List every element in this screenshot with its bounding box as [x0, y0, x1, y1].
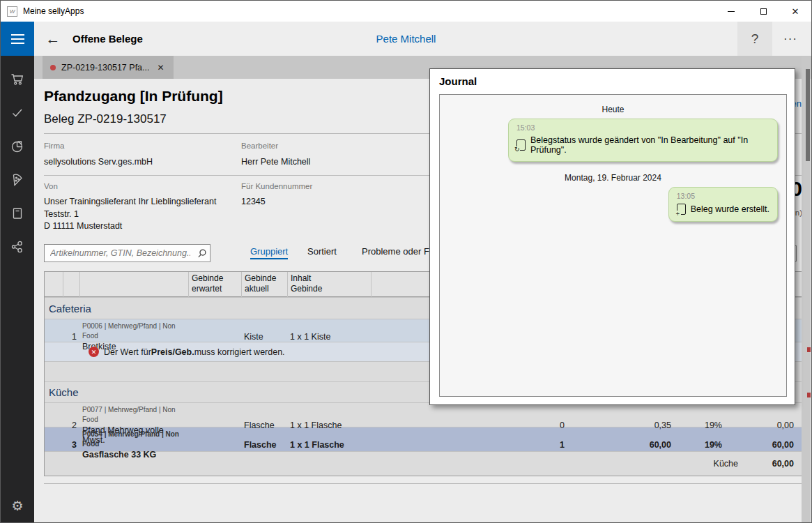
gear-icon: ⚙	[11, 498, 23, 514]
close-icon: ✕	[792, 6, 799, 17]
journal-entry-text: Belegstatus wurde geändert von "In Bearb…	[530, 135, 769, 155]
help-button[interactable]: ?	[737, 22, 772, 56]
sidebar-item-network[interactable]	[1, 230, 34, 264]
article-meta: P0077 | Mehrweg/Pfand | Non Food	[82, 405, 185, 425]
menge-value: 0	[371, 420, 573, 430]
journal-date-header: Montag, 19. Februar 2024	[447, 173, 779, 183]
journal-entry-time: 15:03	[516, 123, 769, 132]
error-text-post: muss korrigiert werden.	[194, 347, 285, 357]
pizza-slice-icon	[9, 172, 26, 188]
von-line1: Unser Trainingslieferant Ihr Lieblingsli…	[44, 196, 216, 209]
sidebar: ⚙	[1, 56, 34, 523]
inhalt-gebinde-value: 1 x 1 Flasche	[287, 420, 371, 430]
article-search-input-wrap	[44, 244, 210, 262]
divider	[44, 483, 802, 484]
view-sorted-tab[interactable]: Sortiert	[307, 246, 337, 257]
minimize-icon	[728, 11, 735, 12]
more-options-button[interactable]: ···	[775, 22, 806, 56]
von-line2: Teststr. 1	[44, 209, 79, 221]
inhalt-gebinde-value: 1 x 1 Kiste	[287, 332, 371, 342]
error-field-name: Preis/Geb.	[151, 347, 194, 357]
vertical-scrollbar[interactable]	[802, 56, 811, 523]
von-label: Von	[44, 182, 58, 190]
row-number: 2	[63, 420, 79, 430]
settings-button[interactable]: ⚙	[1, 492, 34, 520]
nav-bar: ← Offene Belege Pete Mitchell ? ···	[1, 22, 811, 56]
maximize-button[interactable]	[747, 1, 779, 22]
gebinde-aktuell-value: Kiste	[241, 332, 287, 342]
app-title: Meine sellyApps	[23, 6, 84, 16]
bearbeiter-value: Herr Pete Mitchell	[241, 156, 310, 169]
minimize-button[interactable]	[715, 1, 747, 22]
gebinde-aktuell-value: Flasche	[241, 440, 287, 450]
sidebar-item-catalog[interactable]	[1, 197, 34, 230]
mwst-value: 19%	[680, 440, 730, 450]
scrollbar-thumb[interactable]	[806, 69, 810, 161]
help-icon: ?	[751, 31, 759, 47]
pie-chart-icon	[9, 138, 26, 155]
preis-value: 60,00	[573, 440, 680, 450]
book-icon	[9, 205, 26, 222]
sidebar-item-reports[interactable]	[1, 130, 34, 163]
error-text-pre: Der Wert für	[104, 347, 151, 357]
group-total-label: Küche	[714, 459, 738, 469]
journal-date-header: Heute	[447, 105, 779, 114]
table-row-selected[interactable]: 3 P0054 | Mehrweg/Pfand | Non Food Gasfl…	[45, 427, 802, 451]
von-line3: D 11111 Musterstadt	[44, 220, 122, 233]
sidebar-item-food[interactable]	[1, 163, 34, 197]
article-meta: P0006 | Mehrweg/Pfand | Non Food	[82, 321, 185, 341]
article-meta: P0054 | Mehrweg/Pfand | Non Food	[82, 430, 185, 449]
mwst-value: 19%	[680, 420, 730, 430]
checkmark-icon	[9, 105, 26, 121]
view-grouped-tab[interactable]: Gruppiert	[250, 246, 288, 259]
row-number: 1	[63, 332, 79, 342]
journal-entry: 15:03 ↻ Belegstatus wurde geändert von "…	[508, 119, 778, 162]
article-search-input[interactable]	[45, 248, 193, 258]
journal-title: Journal	[439, 75, 477, 87]
unsaved-changes-dot-icon	[50, 65, 56, 70]
bearbeiter-label: Bearbeiter	[241, 142, 278, 150]
journal-entry-text: Beleg wurde erstellt.	[691, 204, 769, 214]
journal-entry: 13:05 ＋ Beleg wurde erstellt.	[668, 187, 778, 222]
firma-value: sellysolutions Serv.ges.mbH	[44, 156, 153, 169]
app-logo-icon: W	[7, 6, 17, 17]
user-name-link[interactable]: Pete Mitchell	[1, 22, 811, 56]
group-total-value: 60,00	[763, 459, 794, 469]
journal-entry-time: 13:05	[677, 192, 769, 200]
journal-entries-panel[interactable]: Heute 15:03 ↻ Belegstatus wurde geändert…	[439, 94, 787, 397]
tab-label: ZP-0219-130517 Pfa...	[61, 63, 149, 73]
inhalt-gebinde-value: 1 x 1 Flasche	[287, 440, 371, 450]
sidebar-item-tasks[interactable]	[1, 96, 34, 130]
document-created-icon: ＋	[677, 204, 686, 215]
sidebar-item-cart[interactable]	[1, 63, 34, 96]
ellipsis-icon: ···	[783, 32, 797, 46]
cart-icon	[9, 71, 26, 88]
error-icon: ✕	[89, 347, 99, 357]
titlebar: W Meine sellyApps ✕	[1, 1, 811, 22]
share-icon	[9, 238, 26, 255]
kundennummer-value: 12345	[241, 196, 266, 209]
col-gebinde-erwartet[interactable]: Gebinde erwartet	[188, 272, 241, 297]
tab-close-icon[interactable]: ✕	[155, 61, 166, 74]
scrollbar-error-mark	[807, 347, 811, 352]
col-gebinde-aktuell[interactable]: Gebinde aktuell	[241, 272, 287, 297]
menge-value: 1	[371, 440, 573, 450]
view-problems-tab[interactable]: Probleme oder Fel	[362, 246, 436, 257]
tab-document[interactable]: ZP-0219-130517 Pfa... ✕	[43, 56, 174, 79]
scrollbar-error-mark	[807, 393, 811, 397]
gesamt-value: 60,00	[730, 440, 802, 450]
journal-popup: Journal Heute 15:03 ↻ Belegstatus wurde …	[429, 68, 795, 405]
gebinde-aktuell-value: Flasche	[241, 420, 287, 430]
col-inhalt-gebinde[interactable]: Inhalt Gebinde	[287, 272, 371, 297]
preis-value: 0,35	[573, 420, 680, 430]
close-button[interactable]: ✕	[779, 1, 811, 22]
document-status-changed-icon: ↻	[516, 139, 526, 151]
row-number: 3	[63, 440, 79, 450]
maximize-icon	[760, 8, 767, 15]
article-name: Gasflasche 33 KG	[82, 450, 185, 460]
firma-label: Firma	[44, 142, 64, 150]
gesamt-value: 0,00	[730, 420, 802, 430]
document-title: Pfandzugang [In Prüfung]	[44, 88, 223, 105]
search-icon	[193, 248, 210, 259]
table-row[interactable]: 2 P0077 | Mehrweg/Pfand | Non Food Pfand…	[45, 402, 802, 427]
